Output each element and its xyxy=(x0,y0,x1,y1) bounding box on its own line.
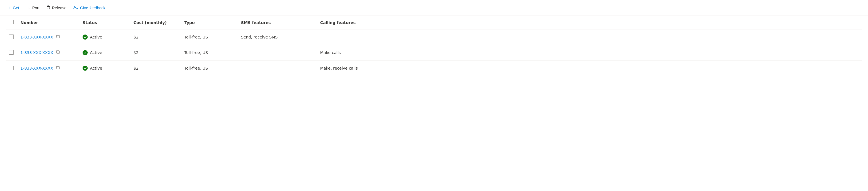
give-feedback-button[interactable]: Give feedback xyxy=(70,3,108,12)
header-checkbox-cell xyxy=(6,16,17,29)
header-calling: Calling features xyxy=(317,16,862,29)
row-type-cell: Toll-free, US xyxy=(181,29,238,45)
row-checkbox-cell xyxy=(6,61,17,76)
svg-rect-7 xyxy=(57,51,59,54)
row-0-status-text: Active xyxy=(90,35,102,39)
release-icon xyxy=(46,5,50,10)
row-0-checkbox[interactable] xyxy=(9,34,13,39)
row-calling-cell xyxy=(317,29,862,45)
row-2-status-text: Active xyxy=(90,66,102,70)
row-type-cell: Toll-free, US xyxy=(181,45,238,61)
row-status-cell: Active xyxy=(79,29,130,45)
row-number-cell: 1-833-XXX-XXXX xyxy=(17,45,79,61)
header-cost: Cost (monthly) xyxy=(130,16,181,29)
svg-rect-8 xyxy=(57,66,59,69)
header-status: Status xyxy=(79,16,130,29)
row-calling-cell: Make, receive calls xyxy=(317,61,862,76)
row-0-status-icon xyxy=(83,34,88,40)
row-sms-cell xyxy=(238,45,317,61)
svg-rect-6 xyxy=(57,35,59,38)
row-sms-cell xyxy=(238,61,317,76)
header-sms: SMS features xyxy=(238,16,317,29)
row-1-checkbox[interactable] xyxy=(9,50,13,55)
row-1-status-icon xyxy=(83,50,88,55)
row-sms-cell: Send, receive SMS xyxy=(238,29,317,45)
get-button[interactable]: + Get xyxy=(6,4,22,12)
feedback-icon xyxy=(73,5,79,10)
toolbar: + Get → Port Release Give feed xyxy=(0,0,868,16)
row-2-checkbox[interactable] xyxy=(9,66,13,70)
row-1-status-text: Active xyxy=(90,51,102,55)
port-label: Port xyxy=(32,6,40,10)
row-calling-cell: Make calls xyxy=(317,45,862,61)
port-button[interactable]: → Port xyxy=(23,4,42,12)
phone-numbers-table: Number Status Cost (monthly) Type SMS fe… xyxy=(6,16,862,76)
row-checkbox-cell xyxy=(6,29,17,45)
release-button[interactable]: Release xyxy=(43,3,69,12)
header-type: Type xyxy=(181,16,238,29)
get-label: Get xyxy=(13,6,19,10)
row-type-cell: Toll-free, US xyxy=(181,61,238,76)
header-number: Number xyxy=(17,16,79,29)
port-icon: → xyxy=(26,6,31,10)
row-2-number-link[interactable]: 1-833-XXX-XXXX xyxy=(20,66,53,70)
row-status-cell: Active xyxy=(79,45,130,61)
header-checkbox[interactable] xyxy=(9,20,13,24)
svg-rect-1 xyxy=(48,6,49,6)
row-status-cell: Active xyxy=(79,61,130,76)
row-0-copy-icon[interactable] xyxy=(56,34,61,40)
get-icon: + xyxy=(8,6,11,10)
feedback-label: Give feedback xyxy=(80,6,105,10)
row-2-status-icon xyxy=(83,66,88,71)
svg-point-4 xyxy=(74,6,76,8)
row-2-copy-icon[interactable] xyxy=(56,65,61,71)
row-checkbox-cell xyxy=(6,45,17,61)
row-number-cell: 1-833-XXX-XXXX xyxy=(17,29,79,45)
row-1-copy-icon[interactable] xyxy=(56,50,61,56)
table-row: 1-833-XXX-XXXX Active$2Toll-free, USMake… xyxy=(6,61,862,76)
row-cost-cell: $2 xyxy=(130,29,181,45)
row-0-number-link[interactable]: 1-833-XXX-XXXX xyxy=(20,35,53,39)
row-1-number-link[interactable]: 1-833-XXX-XXXX xyxy=(20,51,53,55)
table-row: 1-833-XXX-XXXX Active$2Toll-free, USSend… xyxy=(6,29,862,45)
row-cost-cell: $2 xyxy=(130,45,181,61)
table-container: Number Status Cost (monthly) Type SMS fe… xyxy=(0,16,868,76)
row-cost-cell: $2 xyxy=(130,61,181,76)
table-row: 1-833-XXX-XXXX Active$2Toll-free, USMake… xyxy=(6,45,862,61)
table-header-row: Number Status Cost (monthly) Type SMS fe… xyxy=(6,16,862,29)
row-number-cell: 1-833-XXX-XXXX xyxy=(17,61,79,76)
release-label: Release xyxy=(52,6,66,10)
